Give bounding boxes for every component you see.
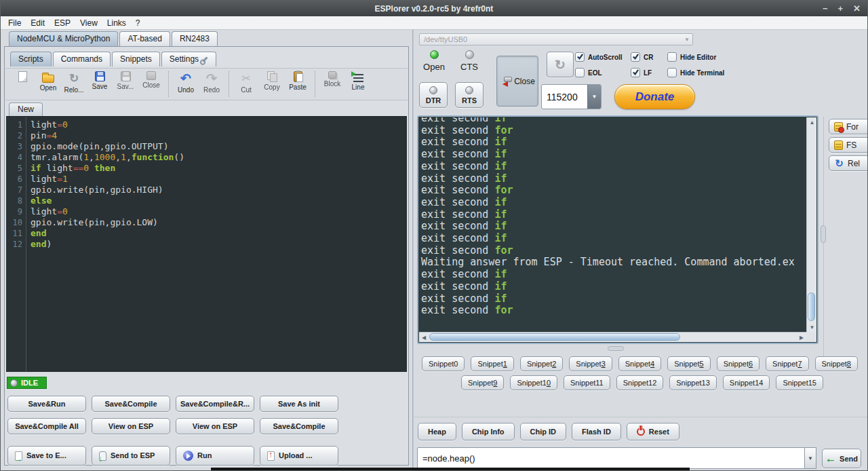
- donate-button[interactable]: Donate: [614, 84, 695, 109]
- chip-id-button[interactable]: Chip ID: [520, 423, 567, 440]
- tab-rn2483[interactable]: RN2483: [172, 31, 218, 46]
- horizontal-splitter-handle[interactable]: [608, 346, 624, 351]
- toolbar-label: Undo: [178, 86, 194, 94]
- send-button[interactable]: ← Send: [822, 449, 861, 468]
- copy-button[interactable]: Copy: [259, 71, 285, 91]
- view-on-esp-button[interactable]: View on ESP: [92, 418, 170, 434]
- tab-commands[interactable]: Commands: [53, 52, 111, 67]
- menu-item-esp[interactable]: ESP: [50, 17, 75, 29]
- hide-terminal-checkbox[interactable]: Hide Terminal: [667, 68, 724, 77]
- upload-button[interactable]: Upload ...: [260, 446, 338, 466]
- terminal-output[interactable]: exit second ifexit second forexit second…: [417, 115, 818, 344]
- save-compile-r-button[interactable]: Save&Compile&R...: [176, 396, 254, 412]
- code-editor[interactable]: 123456789101112 light=0pin=4gpio.mode(pi…: [6, 116, 407, 372]
- code-area[interactable]: light=0pin=4gpio.mode(pin,gpio.OUTPUT)tm…: [26, 117, 407, 372]
- snippet14-button[interactable]: Snippet14: [723, 375, 770, 390]
- close-button[interactable]: ✕: [853, 4, 861, 13]
- snippet11-button[interactable]: Snippet11: [564, 375, 610, 390]
- save-as-init-button[interactable]: Save As init: [260, 396, 338, 412]
- save-compile-all-button[interactable]: Save&Compile All: [7, 418, 86, 434]
- terminal-text[interactable]: exit second ifexit second forexit second…: [419, 117, 806, 332]
- baud-rate-select[interactable]: 115200 ▼: [541, 84, 601, 109]
- menu-item-view[interactable]: View: [75, 17, 102, 29]
- command-input[interactable]: [417, 447, 805, 469]
- save-to-e-button[interactable]: Save to E...: [7, 446, 86, 466]
- flash-id-button[interactable]: Flash ID: [572, 423, 621, 440]
- snippet6-button[interactable]: Snippet6: [717, 356, 760, 371]
- close-port-button[interactable]: Close: [496, 56, 538, 107]
- cr-checkbox[interactable]: CR: [631, 52, 653, 62]
- hide-editor-checkbox[interactable]: Hide Editor: [667, 52, 724, 62]
- tab-new-file[interactable]: New: [9, 102, 43, 116]
- menu-item-links[interactable]: Links: [102, 17, 131, 29]
- eol-checkbox[interactable]: EOL: [575, 68, 623, 77]
- refresh-ports-button[interactable]: [547, 52, 574, 77]
- scroll-left-icon[interactable]: ◀: [419, 333, 429, 343]
- open-button[interactable]: Open: [35, 71, 61, 92]
- snippet0-button[interactable]: Snippet0: [422, 356, 465, 371]
- reset-button[interactable]: Reset: [627, 423, 679, 440]
- vertical-splitter-handle[interactable]: [821, 225, 826, 243]
- rel-button[interactable]: Rel: [829, 155, 868, 171]
- rts-toggle-button[interactable]: RTS: [455, 82, 484, 108]
- snippet5-button[interactable]: Snippet5: [667, 356, 710, 371]
- run-button[interactable]: Run: [176, 446, 254, 466]
- new-file-button[interactable]: [9, 71, 35, 83]
- vertical-scroll-thumb[interactable]: [808, 293, 815, 321]
- terminal-vertical-scrollbar[interactable]: ▲ ▼: [806, 117, 816, 332]
- snippet2-button[interactable]: Snippet2: [520, 356, 563, 371]
- snippet15-button[interactable]: Snippet15: [776, 375, 823, 390]
- snippet3-button[interactable]: Snippet3: [569, 356, 612, 371]
- scroll-right-icon[interactable]: ▶: [797, 333, 806, 343]
- save-compile-button[interactable]: Save&Compile: [260, 418, 338, 434]
- view-on-esp-button[interactable]: View on ESP: [176, 418, 254, 434]
- new-file-icon: [18, 71, 27, 82]
- terminal-horizontal-scrollbar[interactable]: ◀ ▶: [419, 332, 806, 342]
- relo-button[interactable]: Relo...: [61, 71, 87, 94]
- snippet12-button[interactable]: Snippet12: [616, 375, 664, 390]
- horizontal-scroll-thumb[interactable]: [429, 333, 680, 341]
- scroll-up-icon[interactable]: ▲: [807, 117, 817, 127]
- block-button[interactable]: Block: [319, 71, 345, 88]
- send-to-esp-button[interactable]: Send to ESP: [92, 446, 170, 466]
- tab-at-based[interactable]: AT-based: [119, 31, 170, 46]
- menu-item-file[interactable]: File: [3, 17, 26, 29]
- snippet13-button[interactable]: Snippet13: [669, 375, 717, 390]
- snippet7-button[interactable]: Snippet7: [766, 356, 808, 371]
- snippet4-button[interactable]: Snippet4: [618, 356, 661, 371]
- menu-item-item[interactable]: ?: [131, 17, 145, 29]
- snippet8-button[interactable]: Snippet8: [815, 356, 858, 371]
- fs-button[interactable]: FS: [829, 137, 868, 153]
- menu-item-edit[interactable]: Edit: [26, 17, 50, 29]
- sav-button[interactable]: Sav...: [113, 71, 138, 90]
- undo-button[interactable]: Undo: [173, 71, 199, 94]
- snippet9-button[interactable]: Snippet9: [461, 375, 504, 390]
- autoscroll-checkbox[interactable]: AutoScroll: [575, 52, 623, 62]
- close-button[interactable]: Close: [138, 71, 164, 89]
- save-button[interactable]: Save: [87, 71, 113, 90]
- heap-button[interactable]: Heap: [418, 423, 456, 440]
- line-button[interactable]: Line: [345, 71, 371, 91]
- command-history-dropdown[interactable]: ▼: [805, 447, 816, 469]
- paste-button[interactable]: Paste: [285, 71, 311, 91]
- serial-port-select[interactable]: /dev/ttyUSB0 ▼: [419, 33, 693, 45]
- open-port-button[interactable]: Open: [418, 50, 450, 72]
- snippet10-button[interactable]: Snippet10: [510, 375, 557, 390]
- tab-snippets[interactable]: Snippets: [112, 52, 160, 67]
- minimize-button[interactable]: −: [823, 4, 828, 13]
- chip-info-button[interactable]: Chip Info: [462, 423, 515, 440]
- for-button[interactable]: For: [829, 119, 868, 134]
- lf-checkbox[interactable]: LF: [631, 68, 653, 77]
- snippet1-button[interactable]: Snippet1: [471, 356, 513, 371]
- tab-scripts[interactable]: Scripts: [10, 52, 52, 67]
- dtr-toggle-button[interactable]: DTR: [419, 82, 448, 108]
- maximize-button[interactable]: +: [838, 4, 844, 13]
- tab-nodemcu-micropython[interactable]: NodeMCU & MicroPython: [9, 31, 118, 46]
- redo-button[interactable]: Redo: [199, 71, 224, 94]
- scroll-down-icon[interactable]: ▼: [807, 322, 817, 332]
- editor-toolbar: OpenRelo...SaveSav...CloseUndoRedoCutCop…: [5, 68, 408, 100]
- cut-button[interactable]: Cut: [233, 71, 259, 94]
- save-run-button[interactable]: Save&Run: [7, 396, 86, 412]
- save-compile-button[interactable]: Save&Compile: [92, 396, 170, 412]
- tab-settings[interactable]: Settings: [161, 52, 216, 67]
